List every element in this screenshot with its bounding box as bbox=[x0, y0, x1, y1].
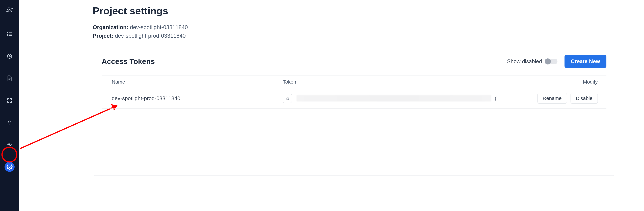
token-value-obscured bbox=[296, 95, 491, 101]
tokens-table-head: Name Token Modify bbox=[102, 75, 606, 88]
project-label: Project: bbox=[93, 33, 113, 39]
table-row: dev-spotlight-prod-03311840 ( Rename Dis… bbox=[102, 88, 606, 109]
svg-point-3 bbox=[8, 9, 10, 10]
svg-point-8 bbox=[7, 34, 8, 34]
svg-point-9 bbox=[7, 35, 8, 36]
copy-token-button[interactable] bbox=[283, 94, 292, 103]
org-label: Organization: bbox=[93, 24, 128, 30]
show-disabled-toggle[interactable]: Show disabled bbox=[507, 58, 558, 64]
show-disabled-label: Show disabled bbox=[507, 58, 542, 64]
token-tail: ( bbox=[495, 95, 496, 101]
access-tokens-card: Access Tokens Show disabled Create New N… bbox=[93, 48, 615, 176]
col-name: Name bbox=[112, 79, 283, 85]
svg-rect-14 bbox=[8, 98, 9, 100]
nav-document[interactable] bbox=[4, 73, 14, 83]
nav-clock[interactable] bbox=[4, 51, 14, 61]
card-title: Access Tokens bbox=[102, 57, 155, 66]
nav-settings[interactable] bbox=[4, 162, 14, 172]
nav-grid[interactable] bbox=[4, 95, 14, 105]
svg-rect-16 bbox=[8, 101, 9, 102]
project-meta: Organization: dev-spotlight-03311840 Pro… bbox=[93, 23, 634, 40]
main-content: Project settings Organization: dev-spotl… bbox=[19, 0, 644, 211]
rename-button[interactable]: Rename bbox=[538, 93, 567, 104]
svg-point-7 bbox=[7, 32, 8, 33]
project-value: dev-spotlight-prod-03311840 bbox=[115, 33, 186, 39]
page-title: Project settings bbox=[93, 5, 634, 16]
create-new-button[interactable]: Create New bbox=[564, 55, 606, 68]
svg-rect-17 bbox=[10, 101, 12, 102]
logo-icon[interactable] bbox=[4, 5, 14, 15]
disable-button[interactable]: Disable bbox=[570, 93, 598, 104]
nav-activity[interactable] bbox=[4, 140, 14, 150]
svg-point-18 bbox=[9, 166, 10, 168]
nav-list[interactable] bbox=[4, 29, 14, 39]
toggle-knob bbox=[545, 58, 551, 64]
col-modify: Modify bbox=[580, 79, 606, 85]
token-name: dev-spotlight-prod-03311840 bbox=[112, 95, 283, 101]
org-value: dev-spotlight-03311840 bbox=[130, 24, 188, 30]
sidebar bbox=[0, 0, 19, 211]
svg-rect-22 bbox=[287, 98, 289, 100]
toggle-track[interactable] bbox=[545, 59, 558, 64]
col-token: Token bbox=[283, 79, 580, 85]
nav-bell[interactable] bbox=[4, 118, 14, 128]
svg-rect-15 bbox=[10, 98, 12, 100]
copy-icon bbox=[285, 96, 290, 100]
